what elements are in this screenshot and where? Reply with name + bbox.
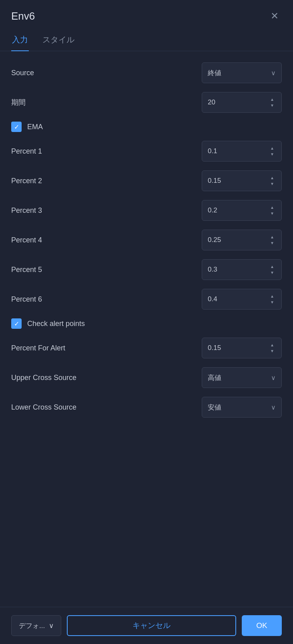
percent1-input[interactable]: 0.1 ▲ ▼ [202,141,282,162]
footer: デフォ... ∨ キャンセル OK [0,607,293,644]
percent4-input[interactable]: 0.25 ▲ ▼ [202,230,282,250]
cancel-button[interactable]: キャンセル [67,615,236,636]
percent1-spinners: ▲ ▼ [269,146,276,157]
form-content: Source 終値 ∨ 期間 20 ▲ ▼ [0,51,293,607]
percent-for-alert-value: 0.15 [208,344,221,352]
ok-button-label: OK [256,621,267,630]
source-value: 終値 [208,68,221,78]
ema-checkmark-icon: ✓ [14,123,19,131]
lower-cross-source-value: 安値 [208,403,221,412]
tab-style[interactable]: スタイル [42,30,75,51]
percent3-label: Percent 3 [11,206,202,215]
period-row: 期間 20 ▲ ▼ [11,92,282,113]
dialog-title: Env6 [11,10,35,22]
percent4-label: Percent 4 [11,236,202,244]
check-alert-label: Check alert points [27,320,85,328]
percent2-down-button[interactable]: ▼ [269,181,276,187]
down-arrow-icon: ▼ [270,182,274,186]
period-down-button[interactable]: ▼ [269,103,276,108]
upper-cross-source-value: 高値 [208,373,221,382]
percent1-value: 0.1 [208,147,217,155]
dialog: Env6 ✕ 入力 スタイル Source 終値 ∨ 期間 20 [0,0,293,644]
check-alert-checkmark-icon: ✓ [14,320,19,328]
percent2-row: Percent 2 0.15 ▲ ▼ [11,170,282,191]
percent6-label: Percent 6 [11,295,202,304]
up-arrow-icon: ▲ [270,98,274,102]
down-arrow-icon: ▼ [270,241,274,245]
default-button-label: デフォ... [19,621,45,630]
check-alert-checkbox[interactable]: ✓ [11,318,22,329]
percent-for-alert-spinners: ▲ ▼ [269,342,276,354]
percent-for-alert-down-button[interactable]: ▼ [269,348,276,354]
ema-checkbox[interactable]: ✓ [11,122,22,132]
percent-for-alert-label: Percent For Alert [11,344,202,352]
percent4-down-button[interactable]: ▼ [269,240,276,246]
percent5-input[interactable]: 0.3 ▲ ▼ [202,259,282,280]
percent3-down-button[interactable]: ▼ [269,211,276,216]
up-arrow-icon: ▲ [270,146,274,150]
percent1-up-button[interactable]: ▲ [269,146,276,151]
ema-row: ✓ EMA [11,122,282,132]
percent4-spinners: ▲ ▼ [269,234,276,246]
default-button[interactable]: デフォ... ∨ [11,615,61,636]
lower-cross-source-select[interactable]: 安値 ∨ [202,397,282,418]
down-arrow-icon: ▼ [270,104,274,108]
percent5-row: Percent 5 0.3 ▲ ▼ [11,259,282,280]
percent2-up-button[interactable]: ▲ [269,175,276,181]
ok-button[interactable]: OK [242,615,282,636]
percent5-down-button[interactable]: ▼ [269,270,276,276]
percent5-spinners: ▲ ▼ [269,264,276,276]
tab-input[interactable]: 入力 [11,30,29,51]
percent4-row: Percent 4 0.25 ▲ ▼ [11,230,282,250]
percent3-input[interactable]: 0.2 ▲ ▼ [202,200,282,221]
percent6-spinners: ▲ ▼ [269,294,276,305]
percent-for-alert-up-button[interactable]: ▲ [269,342,276,348]
percent1-label: Percent 1 [11,147,202,156]
lower-cross-source-label: Lower Cross Source [11,403,202,412]
up-arrow-icon: ▲ [270,294,274,298]
ema-label: EMA [27,123,43,131]
percent2-label: Percent 2 [11,177,202,185]
percent3-row: Percent 3 0.2 ▲ ▼ [11,200,282,221]
up-arrow-icon: ▲ [270,265,274,269]
period-spinners: ▲ ▼ [269,97,276,108]
percent-for-alert-row: Percent For Alert 0.15 ▲ ▼ [11,338,282,358]
source-select[interactable]: 終値 ∨ [202,62,282,83]
percent3-up-button[interactable]: ▲ [269,205,276,210]
upper-cross-source-row: Upper Cross Source 高値 ∨ [11,367,282,388]
default-chevron-icon: ∨ [49,622,54,630]
tab-bar: 入力 スタイル [0,30,293,51]
percent6-input[interactable]: 0.4 ▲ ▼ [202,289,282,310]
up-arrow-icon: ▲ [270,206,274,210]
percent5-value: 0.3 [208,266,217,274]
upper-cross-chevron-icon: ∨ [271,374,276,382]
percent4-up-button[interactable]: ▲ [269,234,276,240]
percent2-value: 0.15 [208,177,221,185]
title-bar: Env6 ✕ [0,0,293,30]
period-label: 期間 [11,98,202,107]
down-arrow-icon: ▼ [270,212,274,216]
period-up-button[interactable]: ▲ [269,97,276,102]
percent1-down-button[interactable]: ▼ [269,152,276,157]
percent1-row: Percent 1 0.1 ▲ ▼ [11,141,282,162]
percent6-value: 0.4 [208,295,217,303]
source-row: Source 終値 ∨ [11,62,282,83]
down-arrow-icon: ▼ [270,152,274,156]
down-arrow-icon: ▼ [270,300,274,304]
percent5-up-button[interactable]: ▲ [269,264,276,270]
down-arrow-icon: ▼ [270,349,274,353]
percent-for-alert-input[interactable]: 0.15 ▲ ▼ [202,338,282,358]
source-label: Source [11,69,202,77]
source-chevron-icon: ∨ [271,69,276,77]
period-input[interactable]: 20 ▲ ▼ [202,92,282,113]
up-arrow-icon: ▲ [270,235,274,239]
percent6-down-button[interactable]: ▼ [269,300,276,305]
upper-cross-source-select[interactable]: 高値 ∨ [202,367,282,388]
up-arrow-icon: ▲ [270,176,274,180]
close-button[interactable]: ✕ [267,9,282,23]
percent2-input[interactable]: 0.15 ▲ ▼ [202,170,282,191]
lower-cross-chevron-icon: ∨ [271,404,276,411]
lower-cross-source-row: Lower Cross Source 安値 ∨ [11,397,282,418]
percent6-up-button[interactable]: ▲ [269,294,276,299]
percent4-value: 0.25 [208,236,221,244]
